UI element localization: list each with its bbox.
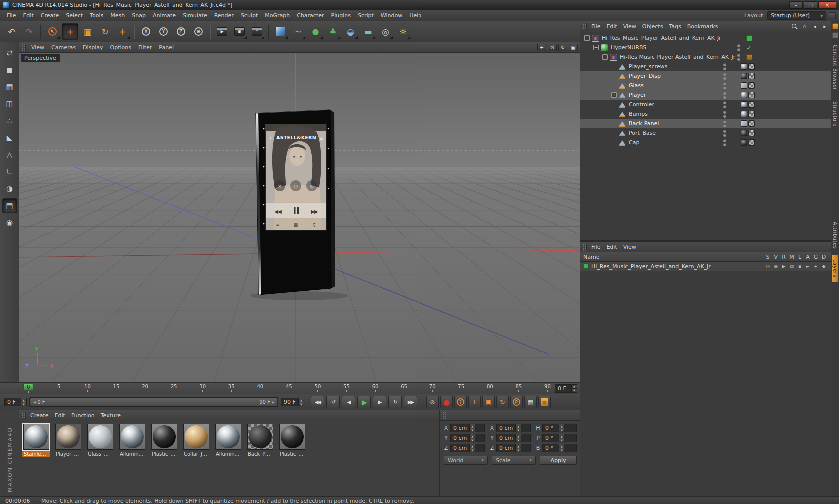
expander-icon[interactable] — [602, 54, 608, 60]
live-selection-icon[interactable]: ↖ — [44, 23, 61, 40]
coordinate-field[interactable]: 0 ° — [542, 424, 577, 432]
glass-tag-icon[interactable] — [741, 82, 747, 89]
object-row[interactable]: Hi_Res_Music_Player_Astell_and_Kern_AK_J… — [580, 33, 831, 43]
last-tool-icon[interactable]: + — [114, 23, 131, 40]
menu-item[interactable]: Tools — [86, 11, 107, 20]
coordinate-field[interactable]: 0 cm — [496, 424, 531, 432]
timeline-range-slider[interactable]: 0 F 90 F — [29, 397, 278, 407]
browser-tab-icon[interactable] — [832, 32, 838, 38]
row-extra-icon[interactable] — [731, 120, 739, 127]
chrome-tag-icon[interactable] — [741, 63, 747, 70]
timeline-tick[interactable]: 75 — [458, 384, 464, 392]
material-preview-sphere[interactable] — [247, 424, 273, 450]
workplane-mode-icon[interactable]: ◫ — [2, 96, 17, 111]
points-mode-icon[interactable]: ∴ — [2, 113, 17, 128]
scale-icon[interactable]: ▣ — [79, 23, 96, 40]
row-extra-icon[interactable] — [731, 92, 739, 99]
render-view-icon[interactable]: ▶ — [214, 23, 230, 40]
material-preview-sphere[interactable] — [183, 424, 209, 450]
objects-tab-icon[interactable] — [832, 23, 838, 29]
autokeying-icon[interactable]: ● — [440, 396, 453, 408]
timeline-tick[interactable]: 85 — [515, 384, 522, 392]
close-button[interactable] — [818, 1, 836, 9]
layer-menu-item[interactable]: File — [588, 243, 603, 251]
layer-toggle-icon[interactable]: + — [812, 263, 820, 270]
material-menu-item[interactable]: Texture — [98, 411, 124, 420]
coordinate-field[interactable]: 0 cm — [496, 444, 531, 452]
search-icon[interactable] — [791, 23, 799, 30]
row-extra-icon[interactable] — [745, 54, 753, 61]
viewport-canvas[interactable]: ‹ ASTELL&KERN ⌂ × ○ ↻ — [19, 53, 580, 382]
material-item[interactable]: Alluminium — [118, 424, 147, 457]
visibility-dots[interactable] — [723, 101, 726, 108]
timeline-tick[interactable]: 35 — [228, 384, 235, 392]
layer-color-chip[interactable] — [583, 264, 588, 269]
side-tab[interactable]: Structure — [832, 97, 838, 131]
panel-drag-handle[interactable] — [21, 44, 26, 51]
menu-item[interactable]: Window — [377, 11, 406, 20]
redo-icon[interactable]: ↷ — [21, 23, 37, 40]
checker-tag-icon[interactable] — [748, 111, 755, 117]
key-position-icon[interactable]: + — [468, 396, 481, 408]
range-handle[interactable]: 0 F 90 F — [30, 398, 277, 406]
object-menu-item[interactable]: Tags — [666, 22, 684, 31]
menu-item[interactable]: Character — [293, 11, 327, 20]
camera-view-label[interactable]: Perspective — [21, 54, 60, 62]
material-item[interactable]: Collar_Jack — [182, 424, 211, 457]
dark-tag-icon[interactable] — [741, 130, 747, 136]
model-mode-icon[interactable]: ◼ — [2, 62, 17, 77]
visibility-dots[interactable] — [723, 63, 726, 70]
edges-mode-icon[interactable]: ◣ — [2, 130, 17, 145]
material-menu-item[interactable]: Create — [27, 411, 52, 420]
row-extra-icon[interactable] — [731, 101, 739, 108]
rotate-icon[interactable]: ↻ — [97, 23, 113, 40]
coordinate-stepper[interactable] — [469, 434, 475, 442]
make-editable-icon[interactable]: ⇄ — [2, 45, 17, 60]
layout-select[interactable]: Startup (User) — [767, 11, 826, 20]
key-rotation-icon[interactable]: ↻ — [496, 396, 509, 408]
checker-tag-icon[interactable] — [748, 120, 755, 127]
object-menu-item[interactable]: Bookmarks — [684, 22, 721, 31]
layer-toggle-icon[interactable]: ▤ — [788, 263, 796, 270]
add-light-icon[interactable]: ☼ — [395, 23, 411, 40]
coordinate-field[interactable]: 0 cm — [450, 424, 485, 432]
render-settings-icon[interactable]: * — [249, 23, 265, 40]
timeline-tick[interactable]: 25 — [171, 384, 177, 392]
row-extra-icon[interactable] — [731, 139, 739, 146]
row-extra-icon[interactable] — [731, 63, 739, 70]
side-tab[interactable]: Layers — [832, 255, 838, 282]
key-scale-icon[interactable]: ▣ — [482, 396, 495, 408]
toggle-views-icon[interactable]: ▣ — [569, 44, 578, 51]
chrome-tag-icon[interactable] — [741, 111, 747, 117]
timeline-tick[interactable]: 0 — [23, 384, 33, 393]
keying-settings-icon[interactable]: ▤ — [538, 396, 551, 408]
toolbar-separator[interactable] — [134, 25, 135, 39]
visibility-dots[interactable] — [723, 111, 726, 118]
expander-icon[interactable] — [611, 130, 617, 136]
timeline-tick[interactable]: 60 — [372, 384, 379, 392]
rotate-view-icon[interactable]: ↻ — [558, 44, 567, 51]
add-environment-icon[interactable]: ▬ — [360, 23, 376, 40]
toolbar-separator[interactable] — [40, 25, 41, 39]
coordinate-system-select[interactable]: World — [444, 456, 488, 465]
menu-item[interactable]: Create — [37, 11, 63, 20]
expander-icon[interactable] — [611, 140, 617, 145]
transform-mode-select[interactable]: Scale — [492, 456, 536, 465]
lock-y-icon[interactable]: Y — [155, 23, 172, 40]
pan-view-icon[interactable]: + — [537, 44, 546, 51]
side-tab[interactable]: Content Browser — [832, 40, 838, 95]
layer-toggle-icon[interactable]: ◉ — [772, 263, 780, 270]
timeline-tick[interactable]: 80 — [487, 384, 493, 392]
viewport-menu-item[interactable]: View — [28, 44, 48, 51]
home-icon[interactable]: ⌂ — [801, 23, 809, 30]
coordinate-field[interactable]: 0 cm — [450, 444, 485, 452]
range-end-field[interactable]: 90 F — [281, 398, 304, 406]
next-key-button[interactable]: ↻ — [388, 396, 402, 408]
timeline-tick[interactable]: 45 — [286, 384, 292, 392]
range-start-stepper[interactable] — [21, 398, 26, 406]
chrome-tag-icon[interactable] — [741, 92, 747, 98]
menu-item[interactable]: Simulate — [179, 11, 211, 20]
material-item[interactable]: Plastic_Blac — [150, 424, 179, 457]
object-row[interactable]: Controler — [580, 100, 831, 109]
coordinate-stepper[interactable] — [515, 424, 521, 432]
